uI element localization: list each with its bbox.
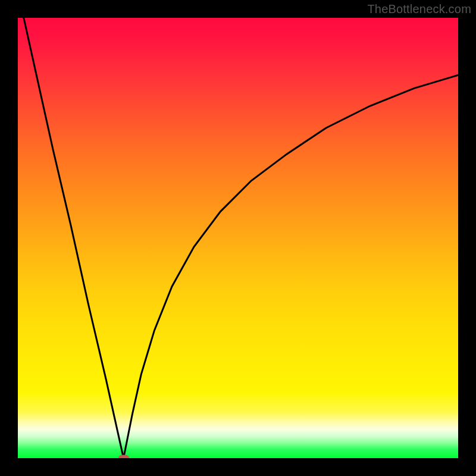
curve-svg — [18, 18, 458, 458]
curve-path — [18, 18, 458, 458]
chart-frame: TheBottleneck.com — [0, 0, 476, 476]
plot-area — [18, 18, 458, 458]
watermark-text: TheBottleneck.com — [367, 2, 471, 16]
minimum-marker — [118, 455, 129, 459]
